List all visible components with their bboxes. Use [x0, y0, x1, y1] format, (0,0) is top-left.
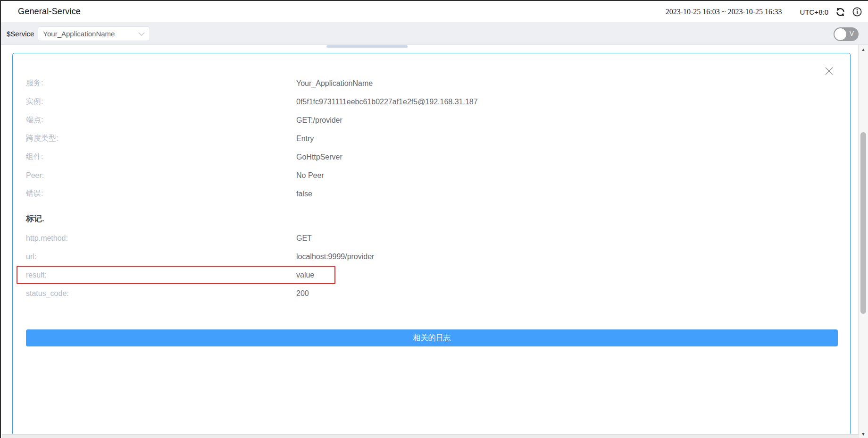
header-right-group: 2023-10-25 16:03 ~ 2023-10-25 16:33 UTC+…: [666, 1, 862, 23]
page-title: General-Service: [18, 7, 81, 17]
detail-row: result: value: [13, 266, 850, 284]
detail-row: 错误: false: [13, 185, 850, 203]
detail-row-label: 端点:: [26, 115, 296, 125]
toggle-label: V: [850, 30, 854, 37]
detail-row-label: http.method:: [26, 234, 296, 243]
refresh-icon[interactable]: [835, 7, 845, 17]
detail-row-label: Peer:: [26, 171, 296, 180]
vertical-scrollbar[interactable]: ▲ ▼: [858, 45, 868, 438]
scrollbar-thumb[interactable]: [860, 132, 866, 314]
detail-row: 跨度类型: Entry: [13, 129, 850, 148]
detail-row-value: value: [296, 271, 314, 279]
detail-row-value: Your_ApplicationName: [296, 79, 373, 88]
horizontal-scrollbar[interactable]: [2, 434, 859, 438]
tags-section-title: 标记.: [26, 213, 44, 224]
detail-row: status_code: 200: [13, 284, 850, 303]
detail-row-value: 0f5f1fc9731111eebc61b0227af1e2f5@192.168…: [296, 98, 478, 106]
detail-row-label: 服务:: [26, 78, 296, 88]
detail-row-label: result:: [26, 271, 296, 279]
timezone-label[interactable]: UTC+8:0: [800, 8, 828, 16]
chevron-down-icon: [138, 30, 145, 38]
detail-row: 组件: GoHttpServer: [13, 148, 850, 166]
scroll-down-arrow[interactable]: ▼: [859, 431, 868, 438]
service-select[interactable]: Your_ApplicationName: [38, 26, 150, 41]
detail-row-label: status_code:: [26, 289, 296, 298]
toggle-knob: [835, 28, 846, 40]
detail-row: url: localhost:9999/provider: [13, 247, 850, 266]
detail-row-value: No Peer: [296, 171, 324, 180]
span-field-list: 服务: Your_ApplicationName 实例: 0f5f1fc9731…: [13, 74, 850, 203]
service-select-value: Your_ApplicationName: [43, 30, 138, 38]
detail-row-label: 跨度类型:: [26, 134, 296, 143]
detail-row: Peer: No Peer: [13, 166, 850, 185]
span-detail-modal: 服务: Your_ApplicationName 实例: 0f5f1fc9731…: [12, 53, 851, 436]
detail-row-value: GoHttpServer: [296, 153, 342, 161]
scroll-up-arrow[interactable]: ▲: [859, 46, 868, 53]
detail-row-label: url:: [26, 253, 296, 261]
detail-row-value: GET:/provider: [296, 116, 342, 125]
detail-row-value: localhost:9999/provider: [296, 253, 374, 261]
detail-row-value: Entry: [296, 135, 314, 143]
version-toggle[interactable]: V: [834, 27, 859, 41]
detail-row: http.method: GET: [13, 229, 850, 247]
related-logs-button[interactable]: 相关的日志: [26, 329, 838, 346]
detail-row-value: GET: [296, 234, 312, 243]
detail-row-label: 错误:: [26, 189, 296, 199]
detail-row-label: 组件:: [26, 152, 296, 162]
detail-row-value: 200: [296, 289, 309, 298]
span-tags-list: http.method: GET url: localhost:9999/pro…: [13, 229, 850, 303]
detail-row: 端点: GET:/provider: [13, 111, 850, 129]
info-icon[interactable]: [852, 7, 862, 17]
detail-row-label: 实例:: [26, 97, 296, 107]
detail-row: 服务: Your_ApplicationName: [13, 74, 850, 93]
background-widget-edge: [326, 45, 408, 48]
time-range[interactable]: 2023-10-25 16:03 ~ 2023-10-25 16:33: [666, 8, 782, 16]
detail-row: 实例: 0f5f1fc9731111eebc61b0227af1e2f5@192…: [13, 93, 850, 111]
service-toolbar: $Service Your_ApplicationName V: [1, 23, 868, 45]
service-label: $Service: [7, 30, 34, 38]
app-window: General-Service 2023-10-25 16:03 ~ 2023-…: [0, 0, 868, 438]
app-header: General-Service 2023-10-25 16:03 ~ 2023-…: [1, 1, 868, 23]
detail-row-value: false: [296, 190, 312, 198]
